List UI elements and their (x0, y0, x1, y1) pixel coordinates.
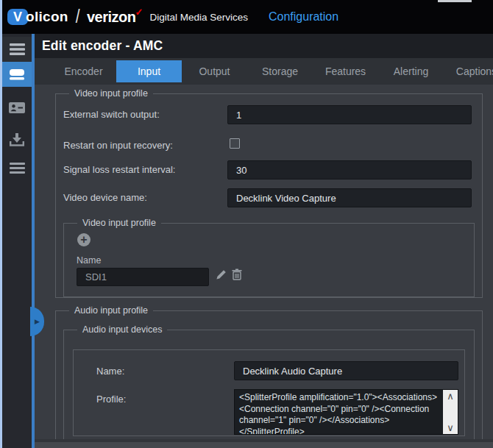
scroll-up-icon[interactable]: ∧ (447, 391, 454, 401)
profile-scrollbar[interactable]: ∧ ∨ (443, 390, 458, 434)
volicon-logo-icon: V (7, 9, 28, 25)
audio-device-profile-label: Profile: (96, 394, 126, 405)
sidebar-item-list[interactable] (2, 157, 32, 178)
volicon-logo-letter: V (13, 10, 22, 25)
contact-card-icon (9, 102, 25, 113)
tab-features[interactable]: Features (313, 60, 378, 82)
main-panel: Edit encoder - AMC Encoder Input Output … (35, 34, 493, 448)
pencil-icon (216, 269, 227, 280)
audio-input-devices-fieldset: Audio input devices Name: Profile: <Spli… (63, 330, 475, 440)
audio-device-name-label: Name: (96, 366, 124, 377)
edit-video-profile-button[interactable] (216, 269, 227, 283)
scroll-down-icon[interactable]: ∨ (447, 423, 454, 433)
app-window: V olicon / verizon ✓ Digital Media Servi… (0, 0, 493, 448)
sidebar-item-downloads[interactable] (2, 129, 32, 150)
signal-loss-restart-interval-label: Signal loss restart interval: (63, 164, 175, 176)
tab-captions[interactable]: Captions (444, 60, 493, 82)
tab-input[interactable]: Input (116, 60, 182, 82)
signal-loss-restart-interval-input[interactable] (227, 160, 472, 179)
trash-icon (232, 269, 242, 280)
video-input-profile-inner-fieldset: Video input profile + Name (63, 223, 475, 297)
delete-video-profile-button[interactable] (232, 269, 242, 283)
video-profile-name-column-label: Name (77, 255, 101, 266)
sidebar-item-contacts[interactable] (2, 97, 32, 118)
sidebar-accent-strip (32, 34, 35, 448)
brand-verizon: verizon (87, 9, 136, 26)
nav-configuration-link[interactable]: Configuration (269, 10, 338, 24)
plus-icon: + (80, 233, 87, 246)
expand-arrow-icon: ▶ (35, 318, 40, 325)
video-profile-name-input[interactable] (77, 268, 209, 286)
window-edge-artifact (438, 0, 472, 2)
brand-separator: / (75, 5, 79, 28)
download-icon (10, 133, 24, 146)
audio-input-profile-fieldset: Audio input profile Audio input devices … (55, 310, 483, 448)
brand-subtitle: Digital Media Services (149, 12, 248, 23)
tab-alerting[interactable]: Alerting (378, 60, 444, 82)
brand-volicon: olicon (26, 9, 68, 25)
tab-bar: Encoder Input Output Storage Features Al… (35, 58, 493, 85)
restart-on-input-recovery-checkbox[interactable] (230, 138, 240, 149)
video-input-profile-legend: Video input profile (69, 88, 153, 99)
video-input-profile-fieldset: Video input profile External switch outp… (55, 93, 483, 298)
audio-input-devices-legend: Audio input devices (77, 324, 167, 335)
page-title-bar: Edit encoder - AMC (35, 34, 493, 58)
audio-profile-xml-text: <SplitterProfile amplification="1.0"><As… (235, 390, 442, 434)
external-switch-output-input[interactable] (227, 105, 472, 124)
tab-storage[interactable]: Storage (247, 60, 313, 82)
encoder-drive-icon (9, 68, 25, 81)
list-lines-icon (10, 163, 25, 174)
sidebar-item-menu[interactable] (2, 37, 32, 62)
sidebar: ▶ (0, 34, 35, 448)
restart-on-input-recovery-label: Restart on input recovery: (63, 140, 173, 152)
left-edge-strip (0, 0, 2, 448)
tab-encoder[interactable]: Encoder (51, 60, 116, 82)
video-device-name-input[interactable] (227, 188, 472, 207)
video-input-profile-inner-legend: Video input profile (77, 218, 161, 229)
page-title: Edit encoder - AMC (42, 38, 163, 54)
verizon-check-icon: ✓ (135, 7, 143, 18)
audio-profile-textarea[interactable]: <SplitterProfile amplification="1.0"><As… (234, 389, 458, 435)
add-video-profile-button[interactable]: + (77, 233, 91, 246)
top-header: V olicon / verizon ✓ Digital Media Servi… (0, 0, 493, 34)
tab-content: Video input profile External switch outp… (35, 85, 493, 448)
sidebar-item-encoders[interactable] (2, 62, 32, 87)
hamburger-icon (10, 43, 25, 55)
audio-input-profile-legend: Audio input profile (69, 305, 153, 316)
bottom-bar (35, 442, 493, 448)
tab-output[interactable]: Output (182, 60, 247, 82)
audio-device-card: Name: Profile: <SplitterProfile amplific… (73, 349, 465, 436)
external-switch-output-label: External switch output: (63, 109, 160, 121)
audio-device-name-input[interactable] (234, 361, 458, 380)
video-device-name-label: Video device name: (63, 192, 147, 204)
